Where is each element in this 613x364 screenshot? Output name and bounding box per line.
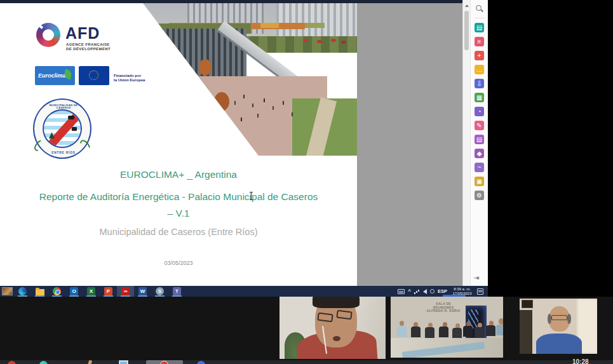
excel-icon: X <box>87 287 95 295</box>
language-indicator[interactable]: ESP <box>438 288 447 294</box>
participant-hair <box>313 297 360 308</box>
powerpoint-icon: P <box>104 287 112 295</box>
chrome-icon <box>53 287 61 295</box>
seal-bull-icon <box>68 116 74 119</box>
seal-arc-text-bottom: ENTRE RÍOS <box>40 151 87 154</box>
slide-date: 03/05/2023 <box>0 260 357 266</box>
action-center-icon[interactable] <box>477 288 483 295</box>
caseros-seal: MUNICIPALIDAD DE CASEROS ENTRE RÍOS <box>33 98 91 159</box>
acrobat-icon: ∞ <box>121 287 130 295</box>
render-tree <box>176 87 195 109</box>
show-hidden-icons[interactable]: ^ <box>408 289 411 294</box>
add-page-icon[interactable]: + <box>475 51 484 60</box>
taskbar-word[interactable]: W <box>134 286 151 297</box>
dock-app-icon[interactable] <box>197 361 205 364</box>
page-document-icon[interactable]: ▤ <box>475 135 484 144</box>
report-title: Reporte de Auditoría Energética - Palaci… <box>39 189 318 222</box>
render-umbrellas <box>303 39 308 42</box>
pdf-page[interactable]: AFD AGENCE FRANÇAISE DE DÉVELOPPEMENT Eu… <box>0 3 357 286</box>
word-icon: W <box>138 287 147 295</box>
render-building <box>276 3 357 38</box>
seal-arc-text-top: MUNICIPALIDAD DE CASEROS <box>43 104 84 109</box>
picture-frame <box>522 300 533 308</box>
taskbar-excel[interactable]: X <box>83 286 100 297</box>
network-icon[interactable] <box>414 289 420 294</box>
volume-icon[interactable] <box>423 289 427 294</box>
skype-icon: S <box>156 287 164 295</box>
taskbar-edge[interactable] <box>14 286 31 297</box>
slide-subtitle: Municipalidad de Caseros (Entre Ríos) <box>0 227 357 237</box>
afd-logo-ring <box>36 23 60 47</box>
taskbar-apps: O X P ∞ W S T <box>0 286 185 297</box>
dock-icons <box>0 360 613 364</box>
vertical-scrollbar[interactable] <box>462 0 470 286</box>
render-tree <box>214 92 229 111</box>
pdf-tools-sidebar: ▤ ≡ + … ⇩ ▦ ◔ ✎ ▤ ◆ ~ ▣ ⚙ <box>470 0 488 286</box>
outlook-icon: O <box>70 287 78 295</box>
touch-keyboard-icon[interactable] <box>398 289 405 294</box>
form-field-icon[interactable]: ▦ <box>475 93 484 102</box>
participant-glasses <box>317 313 333 323</box>
participant-glasses <box>551 315 567 320</box>
edge-icon <box>18 287 27 295</box>
scrollbar-thumb[interactable] <box>464 11 469 50</box>
video-tile-meeting-room[interactable]: SALA DE REUNIONES ALFREDO R. SORIA <box>391 297 503 358</box>
scroll-up-arrow[interactable] <box>465 4 469 7</box>
taskbar-outlook[interactable]: O <box>65 286 83 297</box>
viewer-background <box>357 3 462 286</box>
screen: AFD AGENCE FRANÇAISE DE DÉVELOPPEMENT Eu… <box>0 0 613 364</box>
text-cursor <box>249 192 253 200</box>
room-participants-heads <box>400 321 404 326</box>
window-preview-thumbnail <box>2 287 13 295</box>
taskbar-teams[interactable]: T <box>168 286 185 297</box>
seal-anvil-icon <box>72 127 77 131</box>
eu-funding-caption: Financiado por la Unión Europea <box>114 74 145 83</box>
participant-mouth <box>333 336 340 341</box>
participant-hair <box>567 314 571 324</box>
dock-brush-icon[interactable] <box>88 360 93 364</box>
pdf-convert-icon[interactable]: ▤ <box>475 23 484 32</box>
participant-shirt <box>536 334 582 354</box>
stamp-icon[interactable]: ◆ <box>475 149 484 158</box>
toolbar-divider <box>475 18 485 18</box>
signature-icon[interactable]: ~ <box>475 163 484 172</box>
windows-taskbar: O X P ∞ W S T ^ ESP 8:39 a. m. 17/05/202… <box>0 286 488 297</box>
search-icon[interactable] <box>475 4 484 13</box>
taskbar-skype[interactable]: S <box>151 286 168 297</box>
eu-stars-icon <box>89 71 98 80</box>
host-clock: 10:28 <box>572 358 589 364</box>
taskbar-file-explorer[interactable] <box>31 286 48 297</box>
highlight-pen-icon[interactable]: ✎ <box>475 121 484 130</box>
comment-icon[interactable]: … <box>475 65 484 74</box>
dock-image-icon[interactable] <box>119 360 128 364</box>
seal-shield <box>43 109 82 148</box>
euroclima-logo: Euroclima+ <box>35 66 75 85</box>
taskbar-acrobat[interactable]: ∞ <box>117 286 134 297</box>
taskbar-window-preview[interactable] <box>0 286 14 297</box>
video-tile-participant[interactable] <box>520 299 597 354</box>
edit-content-icon[interactable]: ≡ <box>475 37 484 46</box>
history-icon[interactable]: ◔ <box>475 107 484 116</box>
room-participants-bodies <box>397 326 407 337</box>
cover-render-image <box>143 3 357 156</box>
import-document-icon[interactable]: ⇩ <box>475 79 484 88</box>
eu-flag <box>79 66 109 85</box>
afd-logo-tagline: AGENCE FRANÇAISE DE DÉVELOPPEMENT <box>66 43 111 51</box>
expand-panel-icon[interactable]: ⇥ <box>473 274 479 282</box>
video-tile-speaker[interactable] <box>280 297 386 359</box>
room-banner <box>466 306 487 339</box>
room-furniture <box>520 310 532 354</box>
taskbar-powerpoint[interactable]: P <box>100 286 117 297</box>
room-sign: SALA DE REUNIONES ALFREDO R. SORIA <box>414 302 473 313</box>
dock-app-icon[interactable] <box>39 361 48 364</box>
dock-app-icon[interactable] <box>8 361 16 364</box>
taskbar-chrome[interactable] <box>48 286 65 297</box>
participant-glasses <box>336 310 352 320</box>
copy-pages-icon[interactable]: ▣ <box>475 177 484 186</box>
people-icon[interactable] <box>430 289 434 293</box>
tools-icon[interactable]: ⚙ <box>475 191 484 200</box>
render-tree <box>199 59 212 76</box>
tray-time: 8:39 a. m. <box>450 287 474 292</box>
file-explorer-icon <box>36 289 44 295</box>
afd-logo-text: AFD <box>65 24 100 43</box>
